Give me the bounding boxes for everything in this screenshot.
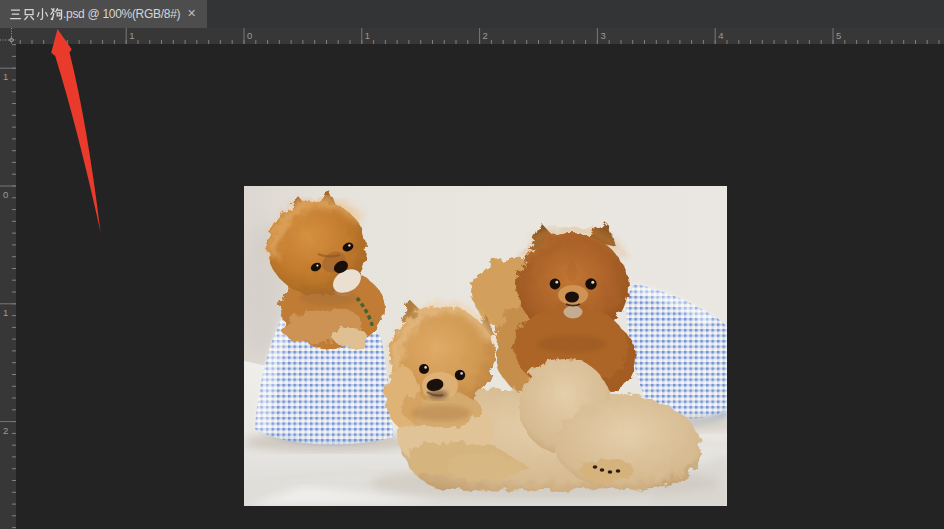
svg-text:1: 1	[365, 30, 370, 41]
svg-text:1: 1	[129, 30, 134, 41]
svg-text:4: 4	[718, 30, 723, 41]
svg-text:3: 3	[600, 30, 605, 41]
svg-text:0: 0	[3, 189, 8, 200]
svg-text:2: 2	[3, 425, 8, 436]
svg-text:1: 1	[3, 307, 8, 318]
svg-text:1: 1	[3, 71, 8, 82]
svg-text:5: 5	[836, 30, 841, 41]
svg-text:2: 2	[483, 30, 488, 41]
svg-text:0: 0	[247, 30, 252, 41]
